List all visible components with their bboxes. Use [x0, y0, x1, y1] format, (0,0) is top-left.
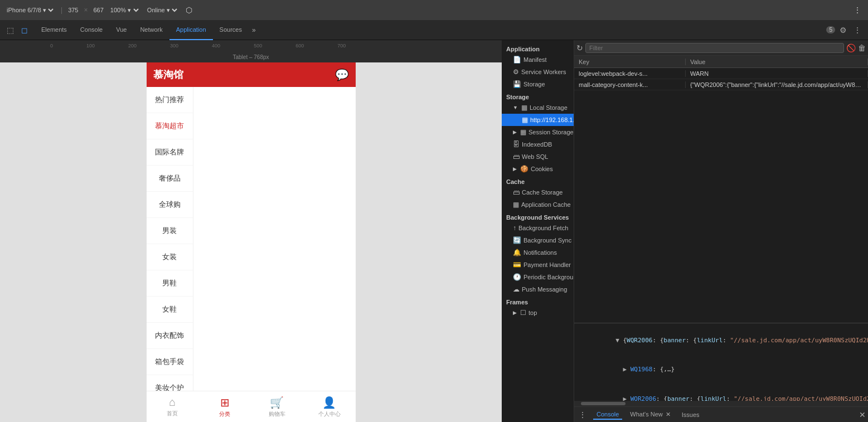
- phone-bottom-cart[interactable]: 🛒 购物车: [251, 391, 303, 422]
- cookies-expand[interactable]: ▶: [513, 166, 517, 172]
- clear-button[interactable]: 🚫: [846, 43, 856, 52]
- issues-tab[interactable]: Issues: [678, 410, 703, 419]
- phone-bottom-category[interactable]: ⊞ 分类: [198, 391, 251, 422]
- tab-network[interactable]: Network: [133, 20, 169, 40]
- sidebar-item-bags[interactable]: 箱包手袋: [147, 349, 193, 375]
- payment-handler-icon: 💳: [513, 261, 521, 269]
- dt-storage[interactable]: 💾 Storage: [502, 78, 574, 90]
- device-selector[interactable]: iPhone 6/7/8 ▾: [4, 6, 55, 14]
- sidebar-item-womensshoes[interactable]: 女鞋: [147, 297, 193, 323]
- session-storage-label: Session Storage: [528, 129, 574, 135]
- phone-chat-icon[interactable]: 💬: [335, 68, 349, 81]
- service-workers-icon: ⚙: [513, 68, 519, 76]
- sidebar-item-mensshoes[interactable]: 男鞋: [147, 270, 193, 297]
- local-storage-label: Local Storage: [530, 104, 568, 111]
- value-arrow-2[interactable]: ▶: [623, 366, 627, 373]
- table-row[interactable]: mall-category-content-k... {"WQR2006":{"…: [574, 79, 868, 90]
- section-storage-header: Storage: [502, 90, 574, 101]
- scrollbar-thumb[interactable]: [581, 402, 625, 405]
- tab-console[interactable]: Console: [74, 20, 109, 40]
- refresh-button[interactable]: ↻: [576, 43, 583, 52]
- storage-icon: 💾: [513, 80, 521, 88]
- table-row[interactable]: loglevel:webpack-dev-s... WARN: [574, 68, 868, 79]
- manifest-icon: 📄: [513, 56, 521, 64]
- dt-periodic-background[interactable]: 🕐 Periodic Background...: [502, 271, 574, 283]
- sidebar-item-luxury[interactable]: 奢侈品: [147, 166, 193, 192]
- cookies-icon: 🍪: [520, 165, 528, 173]
- console-tab[interactable]: Console: [593, 410, 622, 420]
- dt-indexeddb[interactable]: 🗄 IndexedDB: [502, 138, 574, 151]
- bottom-console: ⋮ Console What's New ✕ Issues ✕: [574, 406, 868, 422]
- close-console-button[interactable]: ✕: [859, 410, 866, 419]
- sidebar-item-menswear[interactable]: 男装: [147, 218, 193, 244]
- screenshot-icon[interactable]: ⬡: [183, 4, 195, 16]
- sidebar-item-intlbrand[interactable]: 国际名牌: [147, 139, 193, 166]
- issues-badge: 5: [826, 26, 835, 33]
- frames-expand[interactable]: ▶: [513, 310, 517, 316]
- zoom-selector[interactable]: 100% ▾: [108, 6, 140, 14]
- dt-push-messaging[interactable]: ☁ Push Messaging: [502, 283, 574, 295]
- dt-background-sync[interactable]: 🔄 Background Sync: [502, 234, 574, 246]
- whats-new-tab[interactable]: What's New ✕: [627, 410, 673, 419]
- dt-background-fetch[interactable]: ↑ Background Fetch: [502, 222, 574, 234]
- delete-button[interactable]: 🗑: [858, 43, 866, 52]
- dt-notifications[interactable]: 🔔 Notifications: [502, 246, 574, 259]
- console-more-icon[interactable]: ⋮: [576, 409, 589, 420]
- sidebar-item-womenswear[interactable]: 女装: [147, 244, 193, 270]
- phone-sidebar: 热门推荐 慕淘超市 国际名牌 奢侈品 全球购 男装 女装 男鞋 女鞋 内衣配饰 …: [147, 87, 193, 391]
- value-column-header: Value: [686, 59, 868, 65]
- dt-local-storage-item[interactable]: ▦ http://192.168.1...: [502, 114, 574, 126]
- dt-local-storage[interactable]: ▼ ▦ Local Storage: [502, 101, 574, 114]
- dt-manifest[interactable]: 📄 Manifest: [502, 54, 574, 66]
- devtools-more-icon[interactable]: ⋮: [851, 25, 864, 36]
- tab-application[interactable]: Application: [169, 20, 213, 40]
- filter-input[interactable]: [585, 43, 844, 53]
- phone-bottom-profile[interactable]: 👤 个人中心: [303, 391, 356, 422]
- dt-cache-storage[interactable]: 🗃 Cache Storage: [502, 186, 574, 198]
- local-storage-expand[interactable]: ▼: [513, 105, 518, 110]
- category-label: 分类: [219, 410, 230, 418]
- dt-session-storage[interactable]: ▶ ▦ Session Storage: [502, 126, 574, 138]
- local-storage-item-icon: ▦: [522, 116, 528, 124]
- phone-frame-area: 慕淘馆 💬 热门推荐 慕淘超市 国际名牌 奢侈品 全球购 男装 女装 男鞋 女鞋: [0, 62, 502, 422]
- more-tabs-icon[interactable]: »: [249, 26, 259, 34]
- dt-frames-top[interactable]: ▶ ☐ top: [502, 307, 574, 319]
- online-selector[interactable]: Online ▾: [145, 6, 179, 14]
- sidebar-item-underwear[interactable]: 内衣配饰: [147, 323, 193, 349]
- tab-elements[interactable]: Elements: [35, 20, 74, 40]
- push-messaging-icon: ☁: [513, 285, 520, 293]
- sidebar-item-hotrecommend[interactable]: 热门推荐: [147, 87, 193, 113]
- dt-payment-handler[interactable]: 💳 Payment Handler: [502, 259, 574, 271]
- horizontal-scrollbar[interactable]: [574, 401, 868, 406]
- devtools-pointer-icon[interactable]: ⬚: [3, 23, 17, 37]
- value-line-2: ▶ WQ1968: {,…}: [579, 355, 864, 385]
- background-fetch-label: Background Fetch: [518, 225, 568, 231]
- value-arrow-3[interactable]: ▶: [623, 395, 627, 401]
- whats-new-close[interactable]: ✕: [666, 411, 671, 418]
- sidebar-item-mutaoshichang[interactable]: 慕淘超市: [147, 113, 193, 139]
- devtools-inspect-icon[interactable]: ◻: [18, 23, 31, 37]
- devtools-panel-icons: ⬚ ◻: [0, 23, 35, 37]
- dt-cookies[interactable]: ▶ 🍪 Cookies: [502, 163, 574, 175]
- phone-bottom-nav: ⌂ 首页 ⊞ 分类 🛒 购物车 👤 个人中心: [147, 391, 356, 422]
- tab-sources[interactable]: Sources: [213, 20, 249, 40]
- sidebar-item-global[interactable]: 全球购: [147, 192, 193, 218]
- sidebar-item-beauty[interactable]: 美妆个护: [147, 375, 193, 391]
- tab-vue[interactable]: Vue: [109, 20, 133, 40]
- devtools-settings-icon[interactable]: ⚙: [837, 25, 849, 36]
- toolbar-sep: |: [60, 6, 64, 14]
- more-options-icon[interactable]: ⋮: [851, 4, 864, 16]
- section-frames-header: Frames: [502, 295, 574, 307]
- dt-application-cache[interactable]: ▦ Application Cache: [502, 198, 574, 211]
- cookies-label: Cookies: [531, 166, 553, 172]
- value-arrow-1[interactable]: ▼: [615, 337, 619, 344]
- periodic-background-icon: 🕐: [513, 273, 521, 281]
- session-storage-expand[interactable]: ▶: [513, 129, 517, 135]
- phone-content: [193, 87, 356, 391]
- phone-nav: 热门推荐 慕淘超市 国际名牌 奢侈品 全球购 男装 女装 男鞋 女鞋 内衣配饰 …: [147, 87, 356, 391]
- phone-bottom-home[interactable]: ⌂ 首页: [147, 391, 199, 422]
- dt-service-workers[interactable]: ⚙ Service Workers: [502, 66, 574, 78]
- dt-web-sql[interactable]: 🗃 Web SQL: [502, 151, 574, 163]
- devtools-tabs-row: ⬚ ◻ Elements Console Vue Network Applica…: [0, 20, 868, 40]
- section-cache-header: Cache: [502, 175, 574, 186]
